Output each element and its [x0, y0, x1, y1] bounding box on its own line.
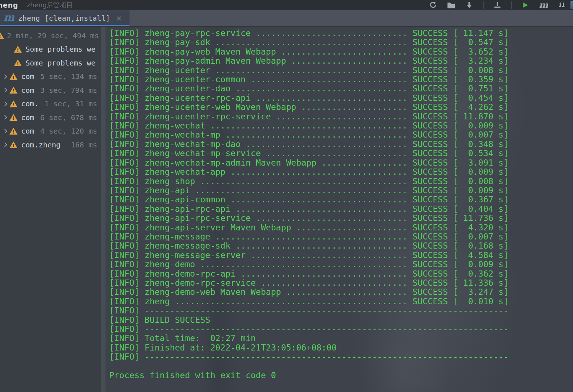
tree-row-module[interactable]: com.zheng168 ms: [0, 138, 101, 152]
reactor-summary-line: [INFO] zheng-ucenter-rpc-service .......…: [109, 112, 573, 121]
tree-row-duration: 6 sec, 678 ms: [40, 113, 101, 122]
tree-row-module[interactable]: com6 sec, 678 ms: [0, 111, 101, 124]
reactor-summary-line: [INFO] zheng-wechat-mp-admin Maven Webap…: [109, 158, 573, 167]
reactor-summary-line: [INFO] zheng-api-rpc-api ...............…: [109, 205, 573, 214]
warning-icon: [0, 32, 4, 39]
reactor-summary-line: [INFO] zheng-api .......................…: [109, 186, 573, 195]
refresh-icon[interactable]: [429, 1, 437, 9]
separator-line: [INFO] ---------------------------------…: [109, 352, 573, 361]
warning-icon: [9, 128, 17, 135]
reactor-summary-line: [INFO] zheng-api-server Maven Webapp ...…: [109, 223, 573, 232]
tree-row-duration: 3 sec, 794 ms: [40, 86, 101, 95]
reactor-summary-line: [INFO] zheng-message ...................…: [109, 232, 573, 241]
reactor-summary-line: [INFO] zheng-api-rpc-service ...........…: [109, 214, 573, 223]
clipped-edge-icon[interactable]: [570, 1, 573, 9]
tree-row-label: Some problems we: [25, 59, 101, 67]
maven-toolbar: m: [429, 0, 573, 10]
finished-at-line: [INFO] Finished at: 2022-04-21T23:05:06+…: [109, 343, 573, 352]
tree-row-duration: 168 ms: [71, 140, 101, 149]
separator-line: [INFO] ---------------------------------…: [109, 306, 573, 315]
reactor-summary-line: [INFO] zheng-demo-rpc-api ..............…: [109, 269, 573, 278]
chevron-right-icon[interactable]: [0, 102, 9, 106]
reactor-summary-line: [INFO] zheng-message-sdk ...............…: [109, 241, 573, 250]
chevron-right-icon[interactable]: [0, 116, 9, 119]
build-tree-sidebar: 2 min, 29 sec, 494 msSome problems weSom…: [0, 27, 101, 392]
window-titlebar: heng zheng后管项目: [0, 0, 573, 10]
reactor-summary-line: [INFO] zheng-wechat-app ................…: [109, 167, 573, 177]
collapse-icon[interactable]: [493, 1, 502, 9]
maven-icon[interactable]: m: [539, 1, 548, 9]
chevron-right-icon[interactable]: [0, 88, 9, 92]
tree-row-summary[interactable]: 2 min, 29 sec, 494 ms: [0, 29, 101, 43]
blank-line: [109, 362, 573, 371]
tree-row-module[interactable]: com3 sec, 794 ms: [0, 83, 101, 97]
warning-icon: [9, 100, 17, 107]
warning-icon: [14, 46, 22, 53]
console-output[interactable]: [INFO] zheng-pay-rpc-service ...........…: [106, 27, 573, 392]
warning-icon: [9, 141, 17, 148]
separator-line: [INFO] ---------------------------------…: [109, 325, 573, 334]
tree-row-warning[interactable]: Some problems we: [0, 43, 101, 56]
reactor-summary-line: [INFO] zheng-pay-sdk ...................…: [109, 38, 573, 47]
reactor-summary-line: [INFO] zheng-pay-web Maven Webapp ......…: [109, 47, 573, 56]
tree-row-warning[interactable]: Some problems we: [0, 56, 101, 70]
close-icon[interactable]: ×: [116, 14, 122, 23]
reactor-summary-line: [INFO] zheng-pay-rpc-service ...........…: [109, 29, 573, 38]
reactor-summary-line: [INFO] zheng-wechat-mp .................…: [109, 130, 573, 139]
tree-row-module[interactable]: com5 sec, 134 ms: [0, 70, 101, 84]
main-area: 2 min, 29 sec, 494 msSome problems weSom…: [0, 27, 573, 392]
reactor-summary-line: [INFO] zheng-ucenter-web Maven Webapp ..…: [109, 103, 573, 112]
window-title: zheng后管项目: [27, 1, 73, 9]
reactor-summary-line: [INFO] zheng ...........................…: [109, 297, 573, 306]
reactor-summary-line: [INFO] zheng-pay-admin Maven Webapp ....…: [109, 56, 573, 66]
tree-row-label: com: [21, 113, 40, 122]
warning-icon: [14, 59, 22, 66]
maven-icon: m: [4, 12, 15, 23]
download-icon[interactable]: [465, 1, 474, 9]
tree-row-duration: 1 sec, 31 ms: [45, 99, 101, 108]
reactor-summary-line: [INFO] zheng-api-common ................…: [109, 195, 573, 204]
reactor-summary-line: [INFO] zheng-demo ......................…: [109, 260, 573, 269]
tree-row-label: com: [21, 86, 40, 95]
tree-row-label: com.: [21, 99, 45, 108]
tab-zheng-clean-install[interactable]: m zheng [clean,install] ×: [0, 10, 130, 26]
reactor-summary-line: [INFO] zheng-ucenter ...................…: [109, 66, 573, 75]
chevron-right-icon[interactable]: [0, 130, 9, 133]
tree-row-label: Some problems we: [25, 45, 101, 54]
run-icon[interactable]: [521, 1, 530, 9]
warning-icon: [9, 114, 17, 121]
tree-row-module[interactable]: com.1 sec, 31 ms: [0, 97, 101, 111]
build-duration: 2 min, 29 sec, 494 ms: [7, 31, 99, 40]
chevron-right-icon[interactable]: [0, 75, 9, 78]
run-tool-tabbar: m zheng [clean,install] ×: [0, 10, 573, 27]
chevron-right-icon[interactable]: [0, 143, 9, 146]
panel-splitter[interactable]: [101, 27, 106, 392]
warning-icon: [9, 73, 17, 80]
folder-icon[interactable]: [447, 1, 455, 9]
tree-row-label: com: [21, 127, 40, 135]
reactor-summary-line: [INFO] zheng-wechat-mp-dao .............…: [109, 140, 573, 149]
sliders-icon[interactable]: [557, 1, 566, 9]
reactor-summary-line: [INFO] zheng-demo-rpc-service ..........…: [109, 278, 573, 288]
tree-row-duration: 5 sec, 134 ms: [40, 72, 101, 81]
project-name: heng: [0, 1, 18, 9]
tree-row-label: com: [21, 72, 40, 81]
toolbar-separator: [511, 1, 512, 9]
build-result-line: [INFO] BUILD SUCCESS: [109, 316, 573, 325]
tree-row-duration: 4 sec, 120 ms: [40, 127, 101, 135]
process-exit-line: Process finished with exit code 0: [109, 371, 573, 380]
reactor-summary-line: [INFO] zheng-ucenter-common ............…: [109, 75, 573, 84]
total-time-line: [INFO] Total time: 02:27 min: [109, 334, 573, 343]
reactor-summary-line: [INFO] zheng-ucenter-rpc-api ...........…: [109, 94, 573, 103]
reactor-summary-line: [INFO] zheng-message-server ............…: [109, 251, 573, 260]
reactor-summary-line: [INFO] zheng-demo-web Maven Webapp .....…: [109, 288, 573, 297]
warning-icon: [9, 87, 17, 94]
tab-label: zheng [clean,install]: [18, 14, 110, 23]
reactor-summary-line: [INFO] zheng-wechat-mp-service .........…: [109, 149, 573, 158]
reactor-summary-line: [INFO] zheng-shop ......................…: [109, 177, 573, 186]
reactor-summary-line: [INFO] zheng-wechat ....................…: [109, 121, 573, 130]
toolbar-separator: [483, 1, 484, 9]
tree-row-label: com.zheng: [21, 140, 71, 149]
reactor-summary-line: [INFO] zheng-ucenter-dao ...............…: [109, 84, 573, 93]
tree-row-module[interactable]: com4 sec, 120 ms: [0, 124, 101, 138]
